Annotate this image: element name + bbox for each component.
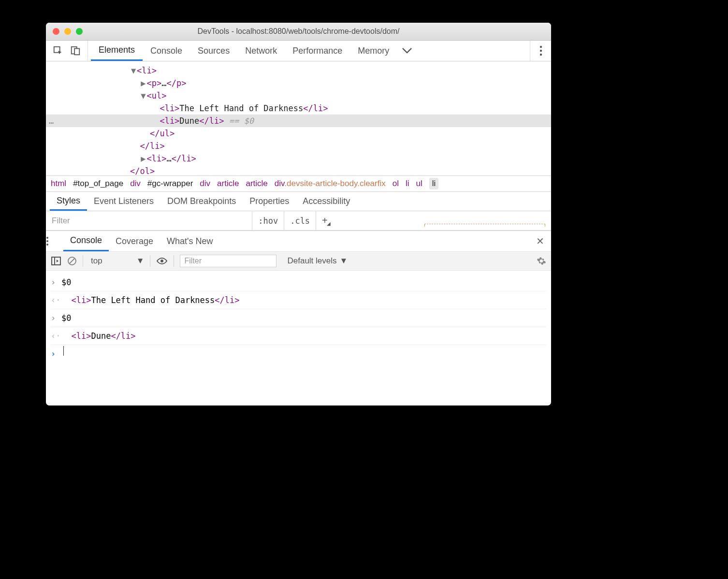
console-prompt[interactable]: › <box>51 345 546 362</box>
dom-tree[interactable]: ▼<li> ▶<p>…</p> ▼<ul> <li>The Left Hand … <box>46 61 551 175</box>
dom-node[interactable]: <li> <box>160 103 179 113</box>
kebab-menu-icon[interactable] <box>530 41 551 61</box>
svg-rect-2 <box>74 48 79 55</box>
dom-node[interactable]: </ul> <box>150 129 175 138</box>
window-title: DevTools - localhost:8080/web/tools/chro… <box>46 27 551 36</box>
output-marker-icon: ‹· <box>51 328 61 344</box>
console-row[interactable]: ‹· <li>Dune</li> <box>51 327 546 345</box>
drawer-tab-whatsnew[interactable]: What's New <box>160 231 219 251</box>
crumb-active[interactable]: li <box>429 178 439 189</box>
console-row[interactable]: › $0 <box>51 309 546 327</box>
subtab-properties[interactable]: Properties <box>243 192 296 211</box>
subtab-dom-breakpoints[interactable]: DOM Breakpoints <box>160 192 243 211</box>
crumb[interactable]: div <box>200 179 210 188</box>
crumb[interactable]: ul <box>416 179 422 188</box>
eye-icon[interactable] <box>156 257 168 265</box>
drawer-tabs: Console Coverage What's New ✕ <box>46 231 551 251</box>
main-toolbar: Elements Console Sources Network Perform… <box>46 41 551 61</box>
new-rule-button[interactable]: +◢ <box>316 211 337 230</box>
panel-tabs: Elements Console Sources Network Perform… <box>91 41 412 61</box>
crumb[interactable]: div.devsite-article-body.clearfix <box>275 179 386 188</box>
crumb[interactable]: ol <box>393 179 399 188</box>
dom-node[interactable]: </li> <box>140 141 164 151</box>
crumb[interactable]: article <box>246 179 267 188</box>
input-marker-icon: › <box>51 275 61 290</box>
console-settings-icon[interactable] <box>537 256 546 266</box>
dom-node[interactable]: <ul> <box>146 91 166 101</box>
console-filter-input[interactable] <box>180 255 277 267</box>
tab-sources[interactable]: Sources <box>190 41 237 61</box>
context-select[interactable]: top ▼ <box>89 256 144 266</box>
svg-point-6 <box>46 237 48 239</box>
crumb[interactable]: #gc-wrapper <box>147 179 193 188</box>
tab-console[interactable]: Console <box>143 41 190 61</box>
subtab-styles[interactable]: Styles <box>50 192 87 211</box>
hov-button[interactable]: :hov <box>252 211 284 230</box>
styles-filter-input[interactable] <box>46 211 252 230</box>
device-icon[interactable] <box>70 45 81 56</box>
svg-rect-9 <box>52 257 60 265</box>
minimize-icon[interactable] <box>64 28 71 35</box>
svg-point-3 <box>539 46 541 48</box>
close-icon[interactable] <box>53 28 59 35</box>
clear-console-icon[interactable] <box>67 256 77 266</box>
inspect-icon[interactable] <box>53 45 63 56</box>
console-row[interactable]: › $0 <box>51 274 546 291</box>
dom-node-selected[interactable]: <li>Dune</li> == $0 <box>46 115 551 127</box>
drawer-kebab-icon[interactable] <box>46 236 63 246</box>
output-marker-icon: ‹· <box>51 292 61 308</box>
crumb[interactable]: div <box>130 179 141 188</box>
devtools-window: DevTools - localhost:8080/web/tools/chro… <box>46 23 551 405</box>
chevron-down-icon: ▼ <box>136 256 145 266</box>
crumb[interactable]: li <box>406 179 409 188</box>
dom-node[interactable]: <li> <box>146 154 166 163</box>
input-marker-icon: › <box>51 310 61 326</box>
prompt-marker-icon: › <box>51 346 61 362</box>
tab-elements[interactable]: Elements <box>91 41 143 61</box>
titlebar: DevTools - localhost:8080/web/tools/chro… <box>46 23 551 41</box>
subtab-accessibility[interactable]: Accessibility <box>296 192 357 211</box>
breadcrumbs: html #top_of_page div #gc-wrapper div ar… <box>46 175 551 192</box>
tab-performance[interactable]: Performance <box>285 41 350 61</box>
dom-node[interactable]: </ol> <box>130 166 155 175</box>
svg-line-12 <box>70 259 74 263</box>
console-row[interactable]: ‹· <li>The Left Hand of Darkness</li> <box>51 291 546 309</box>
elements-subtabs: Styles Event Listeners DOM Breakpoints P… <box>46 192 551 211</box>
more-tabs-icon[interactable] <box>402 47 412 54</box>
console-toolbar: top ▼ Default levels ▼ <box>46 251 551 271</box>
dom-node[interactable]: <li> <box>137 66 157 75</box>
console-sidebar-icon[interactable] <box>51 256 61 266</box>
drawer-tab-console[interactable]: Console <box>63 231 109 251</box>
traffic-lights <box>53 28 83 35</box>
cursor <box>63 346 64 356</box>
styles-toolbar: :hov .cls +◢ <box>46 211 551 231</box>
chevron-down-icon: ▼ <box>340 256 348 266</box>
subtab-event-listeners[interactable]: Event Listeners <box>87 192 160 211</box>
zoom-icon[interactable] <box>76 28 83 35</box>
crumb[interactable]: article <box>217 179 239 188</box>
svg-point-13 <box>160 260 163 262</box>
console-output[interactable]: › $0 ‹· <li>The Left Hand of Darkness</l… <box>46 271 551 365</box>
svg-point-4 <box>539 50 541 52</box>
drawer: Console Coverage What's New ✕ top ▼ <box>46 231 551 405</box>
dom-node[interactable]: <p> <box>146 78 161 88</box>
log-levels-select[interactable]: Default levels ▼ <box>287 256 348 266</box>
svg-point-8 <box>46 244 48 246</box>
drawer-close-icon[interactable]: ✕ <box>529 235 551 247</box>
drawer-tab-coverage[interactable]: Coverage <box>109 231 160 251</box>
svg-point-7 <box>46 240 48 242</box>
tab-network[interactable]: Network <box>237 41 285 61</box>
tab-memory[interactable]: Memory <box>350 41 397 61</box>
crumb[interactable]: html <box>51 179 66 188</box>
cls-button[interactable]: .cls <box>284 211 316 230</box>
svg-point-5 <box>539 54 541 56</box>
crumb[interactable]: #top_of_page <box>73 179 123 188</box>
